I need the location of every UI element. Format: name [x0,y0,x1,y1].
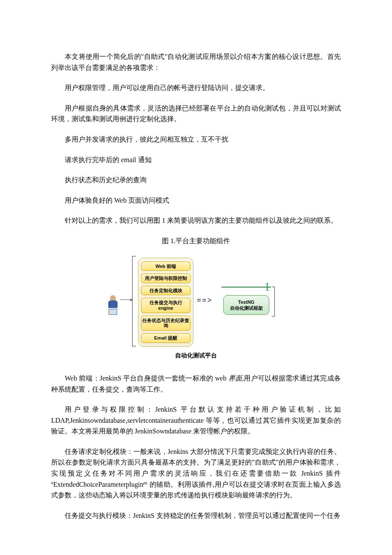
requirement-5: 执行状态和历史纪录的查询 [51,174,341,186]
intro-paragraph: 本文将使用一个简化后的"自助式"自动化测试应用场景以介绍本方案的核心设计思想。首… [51,51,341,73]
module-submit-engine: 任务提交与执行 engine [141,298,190,313]
right-top-line-icon [222,287,271,288]
right-bracket-icon [272,287,275,317]
testng-title: TestNG [225,299,267,305]
requirement-2: 用户根据自身的具体需求，灵活的选择已经部署在平台上的自动化测试包，并且可以对测试… [51,103,341,125]
module-email: Email 提醒 [141,333,190,343]
requirement-3: 多用户并发请求的执行，彼此之间相互独立，互不干扰 [51,134,341,145]
desc-web-front-ital: 界面 [228,375,242,382]
requirement-4: 请求执行完毕后的 email 通知 [51,154,341,166]
lead-to-figure: 针对以上的需求，我们可以用图 1 来简要说明该方案的主要功能组件以及彼此之间的联… [51,215,341,226]
module-auth: 用户登陆与权限控制 [141,273,190,283]
left-bracket-icon [132,256,136,346]
desc-customize: 任务请求定制化模块：一般来说，Jenkins 大部分情况下只需要完成预定义执行内… [51,446,341,501]
testng-box: TestNG 自动化测试框架 [223,295,269,315]
right-number-label: 1 [264,277,270,296]
testng-subtitle: 自动化测试框架 [225,305,267,311]
desc-auth: 用户登录与权限控制：JenkinS 平台默认支持若干种用户验证机制，比如LDAP… [51,404,341,437]
arrow-user-to-platform-icon [120,299,131,300]
requirement-6: 用户体验良好的 Web 页面访问模式 [51,195,341,206]
desc-web-front-pre: Web 前端：JenkinS 平台自身提供一套统一标准的 web [65,375,228,382]
module-customize: 任务定制化模块 [141,286,190,296]
diagram-bottom-caption: 自动化测试平台 [119,351,273,360]
arrow-to-testng-icon: ==> [197,294,213,307]
requirement-1: 用户权限管理，用户可以使用自己的帐号进行登陆访问，提交请求。 [51,82,341,93]
module-status-history: 任务状态与历史纪录查询 [141,316,190,331]
platform-module-stack: Web 前端 用户登陆与权限控制 任务定制化模块 任务提交与执行 engine … [138,258,193,347]
user-icon [107,295,119,315]
module-web-front: Web 前端 [141,262,190,271]
document-page: { "paragraphs": { "intro": "本文将使用一个简化后的\… [0,0,392,555]
figure-caption: 图 1.平台主要功能组件 [51,235,341,247]
desc-submit: 任务提交与执行模块：JenkinS 支持稳定的任务管理机制，管理员可以通过配置使… [51,510,341,521]
figure-1-diagram: Web 前端 用户登陆与权限控制 任务定制化模块 任务提交与执行 engine … [119,256,273,360]
desc-web-front: Web 前端：JenkinS 平台自身提供一套统一标准的 web 界面,用户可以… [51,373,341,395]
